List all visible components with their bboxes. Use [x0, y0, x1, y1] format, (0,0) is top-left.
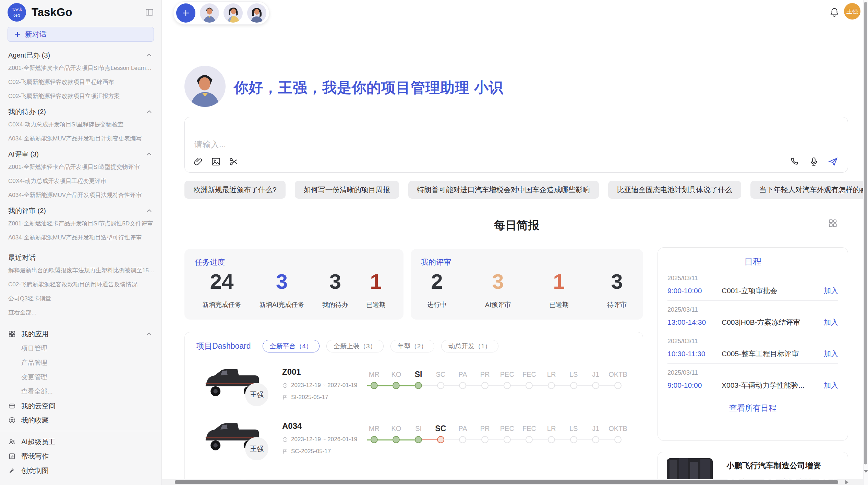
- stat-in-progress: 2 进行中: [427, 270, 447, 309]
- stat-overdue: 1 已逾期: [366, 270, 386, 309]
- section-agent-done[interactable]: Agent已办 (3): [0, 49, 161, 61]
- app-item-project-mgmt[interactable]: 项目管理: [0, 341, 161, 356]
- view-all-schedule-link[interactable]: 查看所有日程: [667, 403, 838, 413]
- collapse-sidebar-icon[interactable]: [144, 8, 155, 17]
- sidebar-item[interactable]: A034-全新新能源MUV产品开发项目计划变更表编写: [0, 132, 161, 146]
- image-icon[interactable]: [211, 157, 221, 167]
- sidebar-item[interactable]: C02-飞腾新能源轻客改款项目立项汇报方案: [0, 89, 161, 103]
- join-meeting-link[interactable]: 加入: [824, 381, 838, 390]
- app-item-change-mgmt[interactable]: 变更管理: [0, 370, 161, 384]
- milestone-node[interactable]: [570, 382, 577, 389]
- tab-new-platform[interactable]: 全新平台（4）: [263, 340, 320, 352]
- sidebar-item-help-write[interactable]: 帮我写作: [0, 449, 161, 463]
- suggestion-chip[interactable]: 欧洲新规最近颁布了什么?: [184, 181, 286, 199]
- milestone-node[interactable]: [459, 382, 466, 389]
- add-agent-button[interactable]: [176, 3, 195, 23]
- chevron-up-icon: [146, 152, 152, 156]
- join-meeting-link[interactable]: 加入: [824, 286, 838, 296]
- sidebar-item-my-apps[interactable]: 我的应用: [0, 327, 161, 341]
- sidebar-item-ai-employee[interactable]: AI超级员工: [0, 435, 161, 449]
- milestone-node-done[interactable]: [371, 382, 378, 389]
- scissors-icon[interactable]: [229, 157, 239, 167]
- user-avatar[interactable]: 王强: [844, 3, 860, 20]
- tab-new-body[interactable]: 全新上装（3）: [326, 340, 384, 352]
- suggestion-chip[interactable]: 如何写一份清晰的项目周报: [295, 181, 399, 199]
- favorites-label: 我的收藏: [21, 416, 49, 425]
- sidebar-item[interactable]: C0X4-动力总成开发项目工程变更评审: [0, 174, 161, 188]
- view-all-chats[interactable]: 查看全部...: [0, 306, 161, 320]
- milestone-node[interactable]: [526, 382, 533, 389]
- new-chat-button[interactable]: 新对话: [8, 27, 154, 42]
- milestone-node[interactable]: [570, 436, 577, 443]
- milestone-node[interactable]: [548, 436, 555, 443]
- agent-avatar[interactable]: [200, 3, 219, 23]
- recent-chat-item[interactable]: 解释最新出台的欧盟报废车法规再生塑料比例被调至15%...: [0, 263, 161, 277]
- sidebar-item[interactable]: C02-飞腾新能源轻客改款项目里程碑画布: [0, 75, 161, 89]
- milestone-node[interactable]: [548, 382, 555, 389]
- schedule-date: 2025/03/11: [667, 306, 838, 313]
- sidebar-item[interactable]: Z001-全新燃油皮卡产品开发项目SI节点Lesson Learn报告: [0, 61, 161, 75]
- clock-icon: [282, 437, 288, 443]
- horizontal-scrollbar-thumb[interactable]: [175, 480, 838, 484]
- milestone-node[interactable]: [614, 436, 622, 443]
- milestone-node[interactable]: [437, 382, 444, 389]
- milestone-node[interactable]: [614, 382, 622, 389]
- section-my-todo[interactable]: 我的待办 (2): [0, 106, 161, 117]
- join-meeting-link[interactable]: 加入: [824, 318, 838, 327]
- milestone-node-current[interactable]: [415, 382, 422, 389]
- milestone-node[interactable]: [504, 382, 511, 389]
- agent-avatar[interactable]: [224, 3, 243, 23]
- recent-chat-item[interactable]: C02-飞腾新能源轻客改款项目的闭环通告反馈情况: [0, 277, 161, 291]
- sidebar-item[interactable]: Z001-全新燃油轻卡产品开发项目SI节点属性5D文件评审: [0, 216, 161, 231]
- view-all-apps[interactable]: 查看全部...: [0, 384, 161, 399]
- sidebar-item[interactable]: A034-全新新能源MUV产品开发项目法规符合性评审: [0, 188, 161, 202]
- sidebar-item-creative-draw[interactable]: 创意制图: [0, 463, 161, 478]
- sidebar-item[interactable]: C0X4-动力总成开发项目SI里程碑提交物检查: [0, 117, 161, 132]
- recent-chat-item[interactable]: 公司Q3轻卡销量: [0, 291, 161, 306]
- milestone-labels: MR KO SI SC PA PR PEC FEC LR LS J1 OKTB: [363, 423, 629, 434]
- project-row[interactable]: 王强 A034 2023-12-19 ~ 2026-01-19 SC-2025-…: [185, 414, 643, 469]
- milestone-node-late[interactable]: [437, 436, 444, 443]
- section-ai-review[interactable]: AI评审 (3): [0, 148, 161, 160]
- sidebar-item[interactable]: Z001-全新燃油轻卡产品开发项目SI造型提交物评审: [0, 160, 161, 174]
- milestone-node-done[interactable]: [393, 436, 400, 443]
- suggestion-chip[interactable]: 当下年轻人对汽车外观有怎样的喜好趋势: [750, 181, 868, 199]
- project-dates: 2023-12-19 ~ 2026-01-19: [291, 436, 357, 443]
- agent-avatar[interactable]: [247, 3, 266, 23]
- suggestion-chip[interactable]: 特朗普可能对进口汽车增税会对中国车企造成哪些影响: [408, 181, 599, 199]
- tab-model-year[interactable]: 年型（2）: [390, 340, 435, 352]
- briefing-layout-icon[interactable]: [828, 219, 837, 228]
- sidebar-item-cloud-space[interactable]: 我的云空间: [0, 399, 161, 413]
- vertical-scrollbar-thumb[interactable]: [864, 2, 867, 464]
- suggestion-chip[interactable]: 比亚迪全固态电池计划具体说了什么: [608, 181, 741, 199]
- send-icon[interactable]: [828, 157, 838, 167]
- milestone-node[interactable]: [504, 436, 511, 443]
- section-my-review[interactable]: 我的评审 (2): [0, 205, 161, 216]
- sidebar-item-favorites[interactable]: 我的收藏: [0, 413, 161, 427]
- app-title: TaskGo: [32, 6, 144, 19]
- schedule-card: 日程 2025/03/11 9:00-10:00 C001-立项审批会 加入 2…: [658, 247, 848, 441]
- microphone-icon[interactable]: [809, 157, 819, 167]
- milestone-node-done[interactable]: [415, 436, 422, 443]
- attachment-icon[interactable]: [193, 157, 203, 167]
- join-meeting-link[interactable]: 加入: [824, 349, 838, 359]
- tab-powertrain[interactable]: 动总开发（1）: [441, 340, 498, 352]
- scroll-right-arrow-icon[interactable]: [845, 480, 848, 484]
- milestone-node[interactable]: [526, 436, 533, 443]
- milestone-node[interactable]: [481, 382, 489, 389]
- milestone-node[interactable]: [592, 436, 599, 443]
- stat-value: 1: [366, 270, 386, 293]
- project-row[interactable]: 王强 Z001 2023-12-19 ~ 2027-01-19 SI-2025-…: [185, 360, 643, 414]
- notification-bell-icon[interactable]: [829, 7, 840, 18]
- app-item-product-mgmt[interactable]: 产品管理: [0, 356, 161, 370]
- milestone-node[interactable]: [481, 436, 489, 443]
- sidebar-item[interactable]: A034-全新新能源MUV产品开发项目造型可行性评审: [0, 231, 161, 245]
- milestone-node-done[interactable]: [371, 436, 378, 443]
- chat-input[interactable]: [185, 117, 848, 154]
- milestone-node-done[interactable]: [393, 382, 400, 389]
- phone-call-icon[interactable]: [789, 157, 800, 167]
- scroll-down-arrow-icon[interactable]: [864, 470, 868, 473]
- flag-icon: [282, 449, 288, 455]
- milestone-node[interactable]: [592, 382, 599, 389]
- milestone-node[interactable]: [459, 436, 466, 443]
